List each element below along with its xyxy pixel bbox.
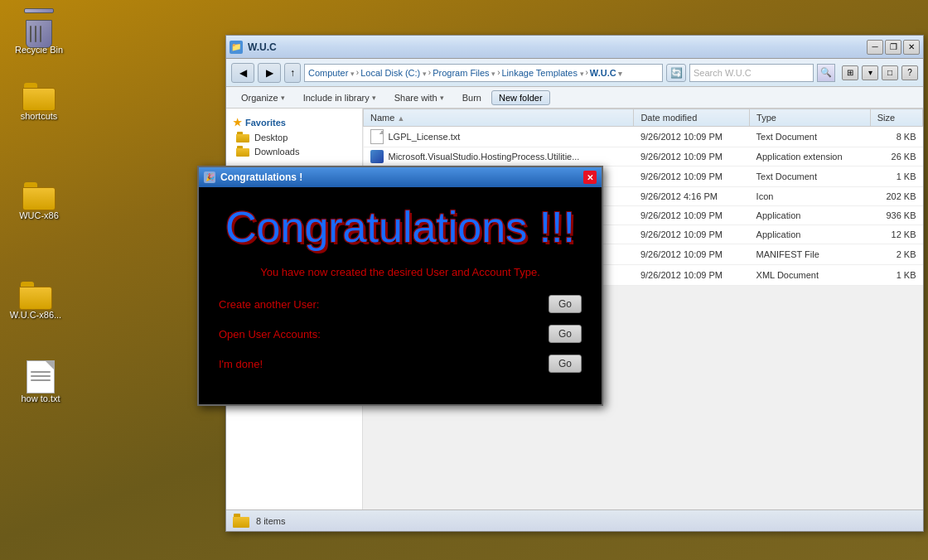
wuc-x86-2-label: W.U.C-x86... — [10, 310, 61, 320]
im-done-go-button[interactable]: Go — [549, 355, 582, 373]
congrats-titlebar: 🎉 Congratulations ! ✕ — [199, 167, 602, 187]
explorer-toolbar: ◀ ▶ ↑ Computer › Local Disk (C:) › Progr… — [226, 59, 923, 87]
organize-dropdown-icon: ▾ — [281, 94, 285, 102]
shortcuts-folder-icon[interactable]: shortcuts — [10, 83, 68, 121]
search-box[interactable]: Search W.U.C — [689, 64, 814, 82]
recycle-bin-graphic — [22, 8, 56, 45]
file-name: LGPL_License.txt — [389, 132, 461, 142]
restore-button[interactable]: ❐ — [885, 40, 901, 55]
refresh-button[interactable]: 🔄 — [666, 64, 686, 82]
column-size[interactable]: Size — [870, 109, 922, 127]
file-date: 9/26/2012 10:09 PM — [634, 244, 750, 265]
include-library-menu[interactable]: Include in library ▾ — [295, 91, 384, 104]
table-row[interactable]: LGPL_License.txt 9/26/2012 10:09 PM Text… — [364, 127, 923, 147]
address-part-wuc: W.U.C — [590, 68, 622, 78]
file-size: 2 KB — [870, 244, 922, 265]
share-with-label: Share with — [394, 93, 437, 103]
file-date: 9/26/2012 10:09 PM — [634, 206, 750, 225]
create-another-user-label: Create another User: — [219, 298, 549, 311]
share-with-menu[interactable]: Share with ▾ — [386, 91, 452, 104]
search-placeholder: Search W.U.C — [694, 68, 752, 78]
congrats-body: Congratulations !!! You have now created… — [199, 187, 602, 404]
file-type: Application — [750, 225, 871, 244]
column-type[interactable]: Type — [750, 109, 871, 127]
file-type: XML Document — [750, 265, 871, 286]
file-type: Text Document — [750, 127, 871, 147]
forward-button[interactable]: ▶ — [258, 63, 281, 83]
file-size: 1 KB — [870, 167, 922, 187]
status-count: 8 items — [256, 516, 285, 526]
file-date: 9/26/2012 10:09 PM — [634, 127, 750, 147]
minimize-button[interactable]: ─ — [867, 40, 883, 55]
address-bar[interactable]: Computer › Local Disk (C:) › Program Fil… — [304, 64, 663, 82]
file-date: 9/26/2012 10:09 PM — [634, 167, 750, 187]
favorites-label: Favorites — [245, 118, 286, 128]
close-button[interactable]: ✕ — [903, 40, 920, 55]
downloads-label: Downloads — [254, 147, 299, 157]
file-type: Text Document — [750, 167, 871, 187]
explorer-statusbar: 8 items — [226, 509, 923, 531]
open-user-accounts-go-button[interactable]: Go — [549, 325, 582, 343]
column-date[interactable]: Date modified — [634, 109, 750, 127]
help-button[interactable]: ? — [901, 65, 918, 80]
file-date: 9/26/2012 10:09 PM — [634, 225, 750, 244]
file-name: Microsoft.VisualStudio.HostingProcess.Ut… — [389, 152, 580, 162]
im-done-row: I'm done! Go — [219, 355, 582, 373]
sidebar-item-downloads[interactable]: Downloads — [230, 144, 359, 158]
column-name[interactable]: Name ▲ — [364, 109, 634, 127]
open-user-accounts-row: Open User Accounts: Go — [219, 325, 582, 343]
view-toggle-button[interactable]: ▾ — [862, 65, 878, 80]
file-type: Application extension — [750, 147, 871, 167]
include-library-dropdown-icon: ▾ — [372, 94, 376, 102]
congrats-dialog-icon: 🎉 — [204, 171, 215, 183]
recycle-bin-icon[interactable]: Recycle Bin — [10, 8, 68, 55]
desktop-label: Desktop — [254, 133, 288, 142]
explorer-menubar: Organize ▾ Include in library ▾ Share wi… — [226, 87, 923, 109]
file-type: Icon — [750, 187, 871, 206]
congrats-close-button[interactable]: ✕ — [583, 171, 597, 184]
file-size: 26 KB — [870, 147, 922, 167]
file-type: Application — [750, 206, 871, 225]
address-part-linkage: Linkage Templates — [501, 68, 583, 78]
new-folder-button[interactable]: New folder — [491, 90, 550, 105]
wuc-x86-icon[interactable]: WUC-x86 — [10, 182, 68, 220]
congrats-heading: Congratulations !!! — [219, 204, 582, 251]
search-go-button[interactable]: 🔍 — [817, 64, 835, 82]
sidebar-item-desktop[interactable]: Desktop — [230, 130, 359, 144]
file-size: 202 KB — [870, 187, 922, 206]
address-part-computer: Computer — [308, 68, 355, 78]
file-date: 9/26/2012 10:09 PM — [634, 147, 750, 167]
address-part-disk: Local Disk (C:) — [360, 68, 427, 78]
wuc-x86-2-icon[interactable]: W.U.C-x86... — [7, 282, 65, 320]
share-with-dropdown-icon: ▾ — [440, 94, 444, 102]
view-options-button[interactable]: ⊞ — [842, 65, 858, 80]
window-controls: ─ ❐ ✕ — [867, 40, 920, 55]
up-button[interactable]: ↑ — [284, 63, 301, 83]
congrats-title: Congratulations ! — [220, 171, 302, 183]
back-button[interactable]: ◀ — [231, 63, 254, 83]
favorites-section: ★ Favorites Desktop Downloads — [230, 115, 359, 158]
create-another-user-go-button[interactable]: Go — [549, 295, 582, 313]
open-user-accounts-label: Open User Accounts: — [219, 328, 549, 340]
explorer-window-icon: 📁 — [230, 41, 243, 54]
status-folder-icon — [233, 514, 249, 528]
create-another-user-row: Create another User: Go — [219, 295, 582, 313]
file-size: 12 KB — [870, 225, 922, 244]
shortcuts-label: shortcuts — [21, 111, 58, 121]
burn-menu[interactable]: Burn — [454, 91, 490, 104]
howto-file-icon[interactable]: how to.txt — [12, 360, 70, 403]
burn-label: Burn — [462, 93, 481, 103]
explorer-title: W.U.C — [248, 41, 867, 53]
favorites-header[interactable]: ★ Favorites — [230, 115, 359, 130]
howto-label: how to.txt — [21, 393, 60, 403]
file-size: 936 KB — [870, 206, 922, 225]
include-library-label: Include in library — [303, 93, 370, 103]
pane-button[interactable]: □ — [882, 65, 898, 80]
im-done-label: I'm done! — [219, 358, 549, 370]
file-icon-app-ext — [370, 150, 384, 163]
organize-menu[interactable]: Organize ▾ — [233, 91, 293, 104]
wuc-x86-graphic — [22, 182, 56, 210]
table-row[interactable]: Microsoft.VisualStudio.HostingProcess.Ut… — [364, 147, 923, 167]
congrats-dialog: 🎉 Congratulations ! ✕ Congratulations !!… — [197, 166, 603, 406]
desktop-folder-icon — [236, 132, 249, 142]
